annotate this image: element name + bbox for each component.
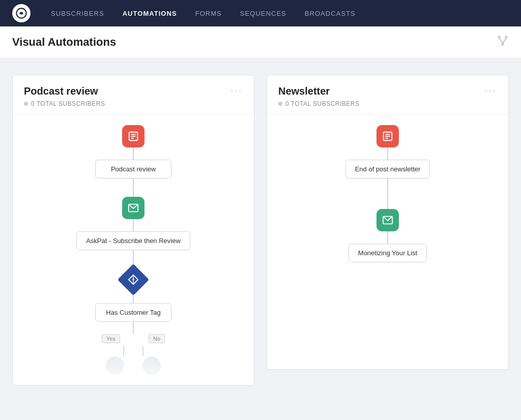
- node-customer-tag: Has Customer Tag: [95, 268, 171, 322]
- node-icon-email-askpat: [122, 197, 144, 219]
- node-icon-form-newsletter: [377, 125, 399, 147]
- nav-sequences[interactable]: SEQUENCES: [240, 8, 286, 19]
- card-header-newsletter: Newsletter 0 TOTAL SUBSCRIBERS ···: [267, 75, 508, 115]
- page-title: Visual Automations: [12, 36, 116, 49]
- node-box-podcast[interactable]: Podcast review: [95, 160, 171, 178]
- navigation: SUBSCRIBERS AUTOMATIONS FORMS SEQUENCES …: [0, 0, 521, 26]
- node-icon-form-podcast: [122, 125, 144, 147]
- card-title-podcast: Podcast review: [24, 85, 105, 97]
- card-subtitle-podcast: 0 TOTAL SUBSCRIBERS: [24, 100, 105, 107]
- svg-point-11: [132, 279, 134, 281]
- automation-card-newsletter[interactable]: Newsletter 0 TOTAL SUBSCRIBERS ··· End o…: [267, 75, 509, 370]
- ghost-node-left: [106, 356, 124, 375]
- svg-point-3: [502, 43, 504, 45]
- connector-n1b: [387, 178, 388, 209]
- branch-yes: Yes: [102, 334, 120, 343]
- card-header-podcast: Podcast review 0 TOTAL SUBSCRIBERS ···: [13, 75, 254, 115]
- card-title-newsletter: Newsletter: [278, 85, 359, 97]
- node-podcast-review: Podcast review: [95, 125, 171, 178]
- branch-labels: Yes No: [102, 334, 165, 343]
- ghost-circles: [106, 356, 161, 375]
- flow-newsletter: End of post newsletter Monetizing Your L…: [277, 125, 498, 262]
- ghost-nodes: [123, 346, 143, 356]
- node-end-post: End of post newsletter: [345, 125, 430, 178]
- main-content: Podcast review 0 TOTAL SUBSCRIBERS ··· P…: [0, 58, 521, 402]
- automation-card-podcast[interactable]: Podcast review 0 TOTAL SUBSCRIBERS ··· P…: [12, 75, 254, 385]
- card-menu-newsletter[interactable]: ···: [485, 85, 497, 96]
- branch-no: No: [149, 334, 165, 343]
- card-body-newsletter: End of post newsletter Monetizing Your L…: [267, 115, 508, 369]
- node-box-monetizing[interactable]: Monetizing Your List: [349, 244, 427, 262]
- card-subtitle-newsletter: 0 TOTAL SUBSCRIBERS: [278, 100, 359, 107]
- node-box-askpat[interactable]: AskPat - Subscribe then Review: [76, 231, 190, 250]
- node-icon-email-monetizing: [377, 209, 399, 231]
- svg-line-5: [503, 38, 506, 43]
- status-dot-podcast: [24, 102, 28, 106]
- ghost-node-right: [142, 356, 161, 375]
- node-monetizing: Monetizing Your List: [349, 209, 427, 262]
- svg-line-4: [499, 38, 503, 43]
- card-body-podcast: Podcast review AskPat - Subscribe then R…: [13, 115, 254, 385]
- svg-point-1: [498, 36, 500, 38]
- node-askpat: AskPat - Subscribe then Review: [76, 197, 190, 250]
- nav-automations[interactable]: AUTOMATIONS: [123, 8, 177, 19]
- logo[interactable]: [12, 4, 31, 22]
- page-header: Visual Automations: [0, 26, 521, 58]
- card-menu-podcast[interactable]: ···: [230, 85, 243, 96]
- nav-links: SUBSCRIBERS AUTOMATIONS FORMS SEQUENCES …: [51, 8, 356, 19]
- nav-subscribers[interactable]: SUBSCRIBERS: [51, 8, 104, 19]
- node-icon-diamond: [118, 264, 149, 295]
- status-dot-newsletter: [278, 102, 282, 106]
- node-box-end-post[interactable]: End of post newsletter: [345, 160, 430, 178]
- connector-3b: [133, 322, 134, 334]
- nav-broadcasts[interactable]: BROADCASTS: [305, 8, 356, 19]
- new-automation-icon[interactable]: [497, 35, 509, 50]
- connector-1b: [133, 178, 134, 197]
- nav-forms[interactable]: FORMS: [195, 8, 222, 19]
- node-box-customer-tag[interactable]: Has Customer Tag: [95, 303, 171, 322]
- svg-point-2: [505, 36, 507, 38]
- flow-podcast: Podcast review AskPat - Subscribe then R…: [23, 125, 244, 375]
- connector-n1a: [387, 147, 388, 160]
- connector-1a: [133, 147, 134, 160]
- connector-2a: [133, 219, 134, 231]
- connector-n2a: [387, 231, 388, 244]
